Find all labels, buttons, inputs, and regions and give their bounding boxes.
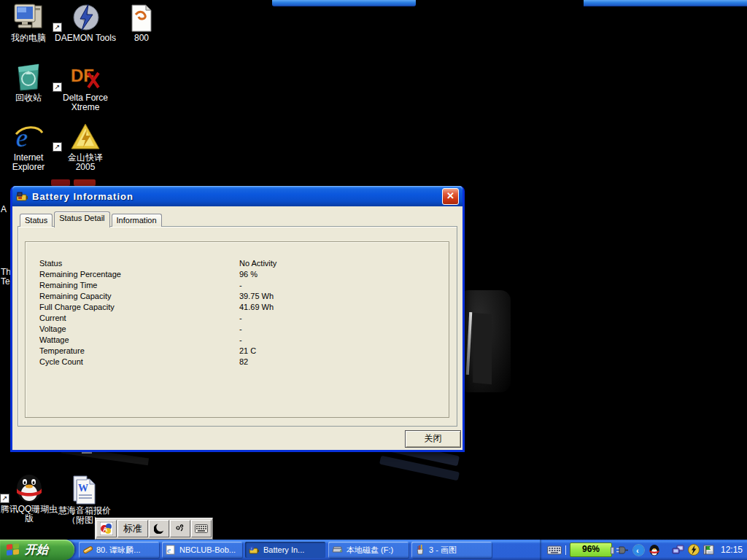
wallpaper-artifact — [379, 456, 460, 481]
partial-icon-label: Te — [1, 276, 10, 287]
field-row-status: Status No Activity — [39, 257, 441, 268]
desktop-icon-label-line2: 版 — [0, 514, 58, 524]
field-value: - — [239, 335, 441, 344]
field-row-full-charge-capacity: Full Charge Capacity 41.69 Wh — [39, 301, 441, 312]
svg-text:‹: ‹ — [636, 545, 639, 554]
desktop-icon-qq[interactable]: ↗ 腾讯QQ珊瑚虫 版 — [0, 472, 58, 524]
wallpaper-artifact — [473, 313, 492, 385]
field-value: 96 % — [239, 270, 441, 279]
field-row-temperature: Temperature 21 C — [39, 345, 441, 356]
field-label: Remaining Percentage — [39, 270, 239, 279]
desktop-icon-label: DAEMON Tools — [53, 34, 118, 43]
keyboard-tray-icon[interactable] — [547, 545, 562, 555]
field-value: No Activity — [239, 259, 441, 268]
qq-penguin-icon: ↗ — [0, 472, 58, 503]
field-label: Full Charge Capacity — [39, 303, 239, 311]
blue-circle-tray-icon[interactable]: ‹ — [632, 544, 645, 556]
offscreen-window-edge[interactable] — [584, 0, 747, 7]
tab-status-detail[interactable]: Status Detail — [54, 211, 109, 228]
field-row-remaining-time: Remaining Time - — [39, 279, 441, 290]
shortcut-arrow-icon: ↗ — [53, 23, 62, 32]
shortcut-arrow-icon: ↗ — [0, 494, 9, 503]
desktop: A Th Te 我的电脑 ↗ DAEMON Tools — [0, 0, 747, 560]
tray-separator — [565, 545, 566, 555]
power-plug-icon[interactable] — [616, 545, 629, 555]
field-row-current: Current - — [39, 312, 441, 323]
field-value: - — [239, 281, 441, 289]
ime-method-button[interactable]: A — [96, 520, 117, 537]
field-value: 41.69 Wh — [239, 303, 441, 311]
close-icon[interactable]: ✕ — [442, 188, 459, 205]
field-row-voltage: Voltage - — [39, 323, 441, 334]
taskbtn-paint[interactable]: 3 - 画图 — [411, 542, 492, 558]
dialog-titlebar[interactable]: Battery Information ✕ — [12, 186, 462, 206]
partial-desktop-icon — [74, 179, 96, 186]
desktop-icon-label: 800 — [115, 34, 168, 43]
desktop-icon-label: 我的电脑 — [0, 34, 57, 43]
desktop-icon-my-computer[interactable]: 我的电脑 — [0, 1, 57, 43]
close-button[interactable]: 关闭 — [405, 430, 461, 448]
daemon-tray-icon[interactable] — [688, 544, 700, 556]
taskbtn-music[interactable]: 80. 谭咏麟... — [79, 542, 159, 558]
daemon-tools-icon: ↗ — [53, 1, 118, 32]
system-tray: 96% ‹ — [540, 540, 747, 560]
desktop-icon-delta-force[interactable]: DF ↗ Delta Force Xtreme — [53, 61, 118, 112]
shortcut-arrow-icon: ↗ — [53, 82, 62, 92]
field-label: Status — [39, 259, 239, 268]
my-computer-icon — [0, 1, 57, 32]
desktop-icon-daemon-tools[interactable]: ↗ DAEMON Tools — [53, 1, 118, 43]
start-label: 开始 — [25, 542, 48, 558]
ime-punctuation-icon[interactable] — [170, 520, 190, 537]
qq-tray-icon[interactable] — [649, 544, 660, 556]
status-detail-panel: Status No Activity Remaining Percentage … — [18, 226, 457, 427]
battery-percent-value: 96% — [582, 544, 600, 554]
field-row-wattage: Wattage - — [39, 334, 441, 345]
desktop-icon-internet-explorer[interactable]: e Internet Explorer — [0, 121, 57, 172]
field-label: Voltage — [39, 324, 239, 333]
start-button[interactable]: 开始 — [0, 540, 74, 560]
field-label: Temperature — [39, 346, 239, 355]
tray-clock[interactable]: 12:15 — [719, 545, 743, 555]
music-app-icon — [82, 545, 93, 555]
ime-fullwidth-moon-icon[interactable] — [149, 520, 169, 537]
battery-percent-indicator[interactable]: 96% — [570, 542, 612, 557]
tab-status[interactable]: Status — [20, 214, 53, 227]
battery-information-dialog: Battery Information ✕ Status Status Deta… — [10, 186, 465, 452]
task-buttons: 80. 谭咏麟... e NBCLUB-Bob... ! — [79, 542, 492, 558]
field-label: Cycle Count — [39, 357, 239, 366]
desktop-icon-label: 回收站 — [0, 93, 57, 103]
field-row-remaining-percentage: Remaining Percentage 96 % — [39, 268, 441, 279]
ime-keyboard-icon[interactable] — [191, 520, 212, 537]
windows-logo-icon — [6, 543, 20, 556]
battery-icon — [16, 191, 28, 202]
ime-language-bar: A 标准 — [95, 518, 213, 540]
delta-force-icon: DF ↗ — [53, 61, 118, 92]
desktop-icon-label-line2: Xtreme — [53, 103, 118, 112]
drive-icon — [332, 545, 343, 554]
wallpaper-artifact — [458, 290, 511, 392]
field-label: Wattage — [39, 335, 239, 344]
tab-information[interactable]: Information — [112, 214, 162, 227]
paint-app-icon — [415, 545, 425, 555]
taskbtn-battery-info[interactable]: ! Battery In... — [245, 542, 325, 558]
ime-mode-button[interactable]: 标准 — [117, 520, 148, 537]
field-value: - — [239, 324, 441, 333]
desktop-icon-label-line2: 2005 — [53, 163, 118, 172]
desktop-icon-kingsoft-2005[interactable]: ↗ 金山快译 2005 — [53, 121, 118, 172]
document-icon — [115, 1, 168, 32]
taskbtn-ie[interactable]: e NBCLUB-Bob... — [162, 542, 242, 558]
desktop-icon-800[interactable]: 800 — [115, 1, 168, 43]
taskbtn-label: 80. 谭咏麟... — [96, 545, 141, 556]
offscreen-window-edge[interactable] — [272, 0, 416, 7]
dialog-title: Battery Information — [32, 191, 133, 202]
input-flag-tray-icon[interactable] — [703, 545, 715, 556]
taskbtn-label: 3 - 画图 — [429, 545, 457, 556]
desktop-icon-recycle-bin[interactable]: 回收站 — [0, 61, 57, 103]
dialog-tabstrip: Status Status Detail Information — [20, 211, 163, 227]
svg-text:A: A — [103, 526, 108, 533]
taskbar: 开始 80. 谭咏麟... e NBCLU — [0, 540, 747, 560]
desktop-icon-label-line2: Explorer — [0, 163, 57, 172]
field-label: Remaining Capacity — [39, 292, 239, 300]
taskbtn-local-disk-f[interactable]: 本地磁盘 (F:) — [328, 542, 409, 558]
network-tray-icon[interactable] — [672, 545, 684, 556]
